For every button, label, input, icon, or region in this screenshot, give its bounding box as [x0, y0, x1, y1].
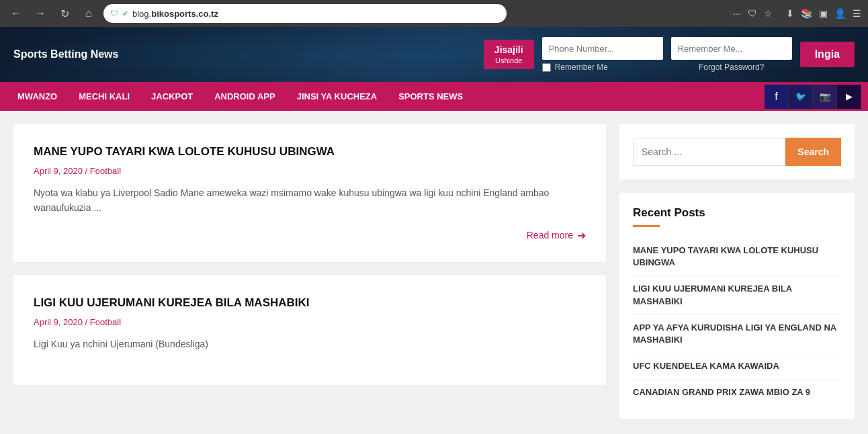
read-more-arrow-1: ➔: [577, 229, 586, 242]
search-input[interactable]: [633, 138, 785, 166]
facebook-icon[interactable]: f: [765, 85, 789, 109]
article-meta-1: April 9, 2020 / Football: [34, 166, 586, 176]
nav-item-sports-news[interactable]: SPORTS NEWS: [388, 82, 474, 111]
remember-label: Remember Me: [555, 62, 608, 72]
main-wrapper: MANE YUPO TAYARI KWA LOLOTE KUHUSU UBING…: [0, 111, 868, 433]
browser-right-controls: ··· 🛡 ☆ ⬇ 📚 ▣ 👤 ☰: [733, 8, 861, 19]
phone-input[interactable]: [542, 37, 663, 60]
site-nav: MWANZO MECHI KALI JACKPOT ANDROID APP JI…: [0, 82, 868, 111]
article-card-1: MANE YUPO TAYARI KWA LOLOTE KUHUSU UBING…: [13, 124, 606, 262]
nav-item-jinsi-ya-kucheza[interactable]: JINSI YA KUCHEZA: [286, 82, 388, 111]
article-title-2: LIGI KUU UJERUMANI KUREJEA BILA MASHABIK…: [34, 296, 586, 310]
article-excerpt-1: Nyota wa klabu ya Liverpool Sadio Mane a…: [34, 185, 586, 216]
header-right: Jisajili Ushinde Remember Me Forgot Pass…: [484, 37, 855, 72]
pocket-icon[interactable]: 🛡: [748, 8, 757, 19]
jisajili-main-label: Jisajili: [494, 44, 523, 56]
recent-posts-divider: [633, 225, 660, 227]
star-icon[interactable]: ☆: [764, 8, 773, 19]
nav-item-android-app[interactable]: ANDROID APP: [204, 82, 286, 111]
jisajili-sub-label: Ushinde: [494, 56, 523, 65]
youtube-icon[interactable]: ▶: [837, 85, 861, 109]
read-more-1[interactable]: Read more ➔: [34, 229, 586, 242]
remember-input[interactable]: [671, 37, 792, 60]
article-title-1: MANE YUPO TAYARI KWA LOLOTE KUHUSU UBING…: [34, 144, 586, 159]
recent-posts-title: Recent Posts: [633, 206, 841, 220]
recent-post-item-3[interactable]: APP YA AFYA KURUDISHA LIGI YA ENGLAND NA…: [633, 315, 841, 353]
url-display: blog.bikosports.co.tz: [132, 9, 218, 19]
back-button[interactable]: ←: [7, 4, 26, 23]
read-more-label-1: Read more: [527, 230, 573, 241]
remember-checkbox[interactable]: [542, 63, 551, 72]
address-bar[interactable]: 🛡 ✔ blog.bikosports.co.tz: [103, 4, 507, 23]
forward-button[interactable]: →: [31, 4, 50, 23]
nav-items: MWANZO MECHI KALI JACKPOT ANDROID APP JI…: [7, 82, 765, 111]
search-box: Search: [619, 124, 855, 179]
forgot-password-link[interactable]: Forgot Password?: [671, 62, 792, 72]
jisajili-button[interactable]: Jisajili Ushinde: [484, 40, 534, 69]
sidebar: Search Recent Posts MANE YUPO TAYARI KWA…: [619, 124, 855, 419]
login-form: Remember Me: [542, 37, 663, 72]
more-icon[interactable]: ···: [733, 8, 741, 19]
password-group: Forgot Password?: [671, 37, 792, 72]
nav-social: f 🐦 📷 ▶: [765, 85, 861, 109]
home-button[interactable]: ⌂: [79, 4, 98, 23]
article-excerpt-2: Ligi Kuu ya nchini Ujerumani (Bundesliga…: [34, 337, 586, 351]
site-title: Sports Betting News: [13, 48, 118, 60]
refresh-button[interactable]: ↻: [55, 4, 74, 23]
instagram-icon[interactable]: 📷: [813, 85, 837, 109]
shield-icon: 🛡: [110, 9, 118, 18]
remember-me-row: Remember Me: [542, 62, 663, 72]
main-content: MANE YUPO TAYARI KWA LOLOTE KUHUSU UBING…: [13, 124, 606, 419]
nav-item-jackpot[interactable]: JACKPOT: [140, 82, 204, 111]
ingia-button[interactable]: Ingia: [800, 42, 855, 67]
recent-post-item-1[interactable]: MANE YUPO TAYARI KWA LOLOTE KUHUSU UBING…: [633, 238, 841, 276]
sidebar-icon[interactable]: ▣: [819, 8, 828, 19]
article-meta-2: April 9, 2020 / Football: [34, 317, 586, 327]
site-header: Sports Betting News Jisajili Ushinde Rem…: [0, 27, 868, 82]
download-icon[interactable]: ⬇: [786, 8, 794, 19]
search-button[interactable]: Search: [785, 138, 841, 166]
recent-post-item-2[interactable]: LIGI KUU UJERUMANI KUREJEA BILA MASHABIK…: [633, 276, 841, 314]
twitter-icon[interactable]: 🐦: [789, 85, 813, 109]
library-icon[interactable]: 📚: [801, 8, 812, 19]
browser-chrome: ← → ↻ ⌂ 🛡 ✔ blog.bikosports.co.tz ··· 🛡 …: [0, 0, 868, 27]
security-icon: ✔: [122, 9, 128, 18]
recent-post-item-4[interactable]: UFC KUENDELEA KAMA KAWAIDA: [633, 353, 841, 380]
account-icon[interactable]: 👤: [834, 8, 846, 19]
nav-item-mwanzo[interactable]: MWANZO: [7, 82, 68, 111]
recent-posts: Recent Posts MANE YUPO TAYARI KWA LOLOTE…: [619, 193, 855, 419]
menu-icon[interactable]: ☰: [853, 8, 861, 19]
article-card-2: LIGI KUU UJERUMANI KUREJEA BILA MASHABIK…: [13, 275, 606, 385]
nav-item-mechi-kali[interactable]: MECHI KALI: [68, 82, 140, 111]
recent-post-item-5[interactable]: CANADIAN GRAND PRIX ZAWA MBIO ZA 9: [633, 380, 841, 405]
